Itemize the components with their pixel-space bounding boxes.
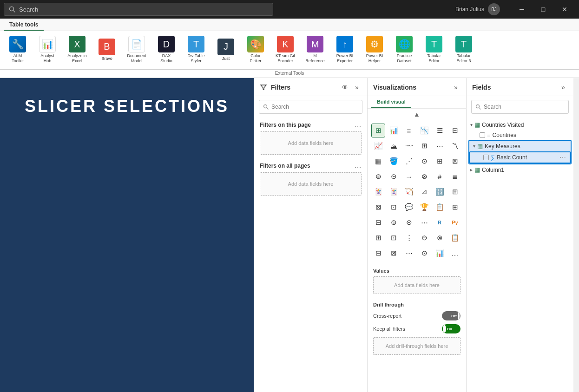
viz-icon-24[interactable]: 🃏 xyxy=(371,185,385,199)
ribbon-tool-m[interactable]: M MReference xyxy=(301,34,329,65)
viz-icon-41[interactable]: Py xyxy=(448,216,462,229)
viz-expand-icon[interactable]: » xyxy=(451,83,461,92)
fields-group-header-1[interactable]: ▾ ▦ Key Measures xyxy=(469,141,571,151)
ribbon-tool-bravo[interactable]: B Bravo xyxy=(93,36,121,64)
drill-through-drop[interactable]: Add drill-through fields here xyxy=(373,337,461,355)
viz-icon-26[interactable]: 🏹 xyxy=(402,185,416,199)
viz-icon-37[interactable]: ⊜ xyxy=(387,216,401,229)
viz-icon-23[interactable]: ≣ xyxy=(448,170,462,183)
maximize-button[interactable]: □ xyxy=(533,0,554,19)
viz-icon-1[interactable]: 📊 xyxy=(387,124,401,137)
filters-eye-icon[interactable]: 👁 xyxy=(340,83,349,92)
viz-icon-34[interactable]: 📋 xyxy=(433,200,447,214)
viz-icon-4[interactable]: ☰ xyxy=(433,124,447,137)
viz-icon-52[interactable]: 📊 xyxy=(433,246,447,260)
viz-icon-16[interactable]: ⊞ xyxy=(433,154,447,168)
ribbon-tool-practice[interactable]: 🌐 PracticeDataset xyxy=(390,34,418,65)
viz-icon-5[interactable]: ⊟ xyxy=(448,124,462,137)
viz-icon-39[interactable]: ⋯ xyxy=(417,216,431,229)
filters-this-page-more[interactable]: … xyxy=(354,121,362,129)
viz-icon-35[interactable]: ⊞ xyxy=(448,200,462,214)
viz-icon-53[interactable]: … xyxy=(448,246,462,260)
viz-icon-30[interactable]: ⊠ xyxy=(371,200,385,214)
viz-icon-46[interactable]: ⊗ xyxy=(433,231,447,245)
viz-icon-29[interactable]: ⊞ xyxy=(448,185,462,199)
close-button[interactable]: ✕ xyxy=(554,0,575,19)
ribbon-tool-power-helper[interactable]: ⚙ Power BIHelper xyxy=(361,34,388,65)
viz-icon-0[interactable]: ⊞ xyxy=(371,124,385,137)
viz-icon-20[interactable]: → xyxy=(402,170,416,183)
viz-icon-6[interactable]: 📈 xyxy=(371,139,385,153)
filters-search-input[interactable] xyxy=(271,104,358,110)
viz-icon-49[interactable]: ⊠ xyxy=(387,246,401,260)
viz-icon-14[interactable]: ⋰ xyxy=(402,154,416,168)
viz-values-drop[interactable]: Add data fields here xyxy=(373,276,461,294)
filters-all-pages-more[interactable]: … xyxy=(354,162,362,170)
fields-search-box[interactable] xyxy=(471,100,569,114)
viz-icon-13[interactable]: 🪣 xyxy=(387,154,401,168)
viz-icon-10[interactable]: ⋯ xyxy=(433,139,447,153)
filters-search-box[interactable] xyxy=(259,100,362,114)
viz-icon-22[interactable]: # xyxy=(433,170,447,183)
fields-expand-icon[interactable]: » xyxy=(559,83,568,92)
ribbon-tool-tabular-editor3[interactable]: T TabularEditor 3 xyxy=(450,34,478,65)
viz-scroll-up[interactable]: ▲ xyxy=(368,109,466,120)
ribbon-tab-table-tools[interactable]: Table tools xyxy=(4,20,44,31)
fields-group-header-2[interactable]: ▸ ▦ Column1 xyxy=(467,164,573,175)
fields-group-header-0[interactable]: ▾ ▦ Countries Visited xyxy=(467,119,573,130)
ribbon-tool-power-exporter[interactable]: ↑ Power BIExporter xyxy=(331,34,359,65)
filters-all-pages-drop[interactable]: Add data fields here xyxy=(260,172,362,196)
ribbon-tool-kteam[interactable]: K KTeam GifEncoder xyxy=(271,34,299,65)
ribbon-tool-document[interactable]: 📄 DocumentModel xyxy=(123,34,151,65)
viz-icon-51[interactable]: ⊙ xyxy=(417,246,431,260)
viz-icon-28[interactable]: 🔢 xyxy=(433,185,447,199)
ribbon-tool-excel[interactable]: X Analyze inExcel xyxy=(63,34,91,65)
ribbon-tool-just[interactable]: J Just xyxy=(212,36,240,64)
item-checkbox-1-0[interactable] xyxy=(483,155,489,160)
viz-icon-7[interactable]: ⛰ xyxy=(387,139,401,153)
viz-icon-36[interactable]: ⊟ xyxy=(371,216,385,229)
viz-icon-11[interactable]: 〽 xyxy=(448,139,462,153)
viz-icon-19[interactable]: ⊝ xyxy=(387,170,401,183)
viz-icon-27[interactable]: ⊿ xyxy=(417,185,431,199)
ribbon-tool-color[interactable]: 🎨 ColorPicker xyxy=(242,34,270,65)
minimize-button[interactable]: ─ xyxy=(511,0,533,19)
viz-icon-43[interactable]: ⊡ xyxy=(387,231,401,245)
viz-icon-21[interactable]: ⊗ xyxy=(417,170,431,183)
viz-icon-31[interactable]: ⊡ xyxy=(387,200,401,214)
viz-icon-50[interactable]: ⋯ xyxy=(402,246,416,260)
ribbon-tool-dax[interactable]: D DAXStudio xyxy=(152,34,180,65)
viz-icon-15[interactable]: ⊙ xyxy=(417,154,431,168)
viz-icon-9[interactable]: ⊞ xyxy=(417,139,431,153)
viz-icon-25[interactable]: 🃏 xyxy=(387,185,401,199)
viz-icon-32[interactable]: 💬 xyxy=(402,200,416,214)
viz-icon-38[interactable]: ⊝ xyxy=(402,216,416,229)
fields-item-0-0[interactable]: ≡ Countries xyxy=(467,130,573,140)
ribbon-tool-div[interactable]: T Div TableStyler xyxy=(182,34,210,65)
viz-icon-44[interactable]: ⋮ xyxy=(402,231,416,245)
item-more-1-0[interactable]: ⋯ xyxy=(559,154,566,161)
viz-icon-45[interactable]: ⊝ xyxy=(417,231,431,245)
viz-icon-18[interactable]: ⊜ xyxy=(371,170,385,183)
keep-filters-toggle[interactable]: On xyxy=(442,324,461,333)
viz-icon-8[interactable]: 〰 xyxy=(402,139,416,153)
viz-tab-build[interactable]: Build visual xyxy=(371,96,411,108)
ribbon-tool-tabular-editor[interactable]: T TabularEditor xyxy=(420,34,448,65)
viz-icon-12[interactable]: ▦ xyxy=(371,154,385,168)
viz-icon-47[interactable]: 📋 xyxy=(448,231,462,245)
viz-icon-2[interactable]: ≡ xyxy=(402,124,416,137)
ribbon-tool-analyst[interactable]: 📊 AnalystHub xyxy=(33,34,61,65)
fields-search-input[interactable] xyxy=(484,104,565,110)
ribbon-tool-alm[interactable]: 🔧 ALMToolkit xyxy=(4,34,32,65)
viz-icon-3[interactable]: 📉 xyxy=(417,124,431,137)
title-search-box[interactable]: Search xyxy=(4,3,273,16)
viz-icon-42[interactable]: ⊞ xyxy=(371,231,385,245)
fields-item-1-0[interactable]: ∑ Basic Count ⋯ xyxy=(469,151,571,163)
cross-report-toggle[interactable]: Off xyxy=(442,311,461,320)
item-checkbox-0-0[interactable] xyxy=(480,132,485,138)
viz-icon-48[interactable]: ⊟ xyxy=(371,246,385,260)
viz-icon-40[interactable]: R xyxy=(433,216,447,229)
filters-expand-icon[interactable]: » xyxy=(352,83,362,92)
viz-icon-33[interactable]: 🏆 xyxy=(417,200,431,214)
filters-this-page-drop[interactable]: Add data fields here xyxy=(260,131,362,155)
